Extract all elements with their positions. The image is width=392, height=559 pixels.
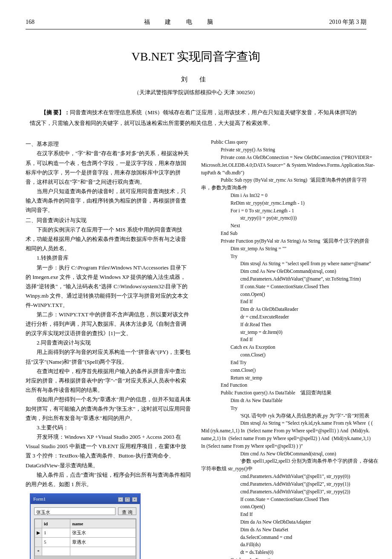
table-row[interactable]: ▶ 1 张玉水	[35, 528, 136, 538]
section-2-heading: 二、同音查询设计与实现	[26, 216, 191, 225]
code-line: End Try	[201, 359, 366, 367]
code-line: Private str_rypy() As String	[201, 146, 366, 154]
code-line: Dim strsql As String = "select spell fro…	[201, 260, 366, 268]
code-line: conn.Open()	[201, 503, 366, 511]
paragraph: 假如用户想得到一个名为"章遇水"用户的信息，但并不知道具体如何拼写，有可能输入的…	[26, 395, 191, 423]
code-line: name,2,1) In (Select name From py Where …	[201, 435, 366, 443]
code-line: cmd.Parameters.AddWithValue("@name", str…	[201, 275, 366, 283]
code-line: Public Class query	[201, 139, 366, 146]
code-line: conn.Close()	[201, 351, 366, 359]
article-title: VB.NET 实现同音字查询	[26, 46, 366, 67]
code-line: If conn.State = ConnectionState.Closed T…	[201, 283, 366, 291]
code-line: Mid (ryk.name,1,1) In (Select name From …	[201, 427, 366, 435]
paragraph: 开发环境：Windows XP +Visual Studio 2005 + Ac…	[26, 432, 191, 470]
query-button[interactable]: 查 询	[118, 507, 136, 515]
code-line: dt = ds.Tables(0)	[201, 549, 366, 556]
code-line: Try	[201, 253, 366, 261]
left-column: 一、基本原理 在汉字系统中，"字"和"音"存在着"多对多"的关系，根据这种关系，…	[26, 139, 191, 559]
grid-empty-area	[35, 556, 136, 559]
table-row[interactable]: 5 章遇水	[35, 537, 136, 547]
cell-name: 张玉水	[70, 528, 136, 538]
code-line: Dim da As New OleDbDataAdapter	[201, 518, 366, 526]
figure-titlebar: Form1 - □ ×	[31, 494, 140, 504]
code-line: Dim cmd As New OleDbCommand(strsql, conn…	[201, 450, 366, 458]
paragraph: 下面的实例演示了在应用于一个 MIS 系统中用的同音查询技术，功能是根据用户输入…	[26, 225, 191, 253]
code-line: '参数 spell1,spell2,spell3 分别为查询条件单个字的拼音，存…	[201, 458, 366, 465]
code-line: In (Select name From py Where spell=@spe…	[201, 443, 366, 450]
code-line: End If	[201, 511, 366, 518]
col-header-id: id	[42, 519, 70, 528]
grid-corner	[35, 519, 42, 528]
code-line: End If	[201, 336, 366, 344]
figure-1-window: Form1 - □ × 张玉水 查 询 id n	[30, 493, 141, 559]
minimize-icon[interactable]: -	[118, 497, 123, 502]
code-line: conn.Close()	[201, 367, 366, 374]
code-line: Public Function query() As DataTable '返回…	[201, 389, 366, 397]
code-line: Return str_temp	[201, 374, 366, 382]
page-header: 168 福 建 电 脑 2010 年第 3 期	[26, 17, 366, 29]
code-line: da.SelectCommand = cmd	[201, 534, 366, 542]
abstract-text: 同音查询技术在管理信息系统（MIS）领域存在着广泛应用，运用该技术，用户在只知道…	[30, 109, 357, 126]
cell-name: 章遇水	[70, 537, 136, 547]
right-column: Public Class query Private str_rypy() As…	[201, 139, 366, 559]
subsection-heading: 3.主要代码：	[26, 423, 191, 432]
col-header-name: name	[70, 519, 136, 528]
code-line: For i = 0 To str_rymc.Length - 1	[201, 207, 366, 215]
code-line: da.Fill(ds)	[201, 541, 366, 549]
paragraph: 第一步：执行 C:\Program Files\Windows NT\Acces…	[26, 263, 191, 310]
code-line: Public Sub rypy (ByVal str_rymc As Strin…	[201, 177, 366, 184]
code-line: Dim i As Int32 = 0	[201, 192, 366, 200]
code-line: 字符串数组 str_rypy()中	[201, 465, 366, 473]
code-line: End Function	[201, 382, 366, 389]
figure-body: 张玉水 查 询 id name ▶ 1 张玉水	[31, 504, 140, 559]
figure-input-row: 张玉水 查 询	[34, 507, 136, 515]
code-line: conn.Open()	[201, 291, 366, 298]
code-line: Dim dr As OleDbDataReader	[201, 306, 366, 313]
code-line: Next	[201, 222, 366, 230]
paragraph: 第二步：WINPY.TXT 中的拼音不含声调信息，所以要对该文件进行分析，得到声…	[26, 310, 191, 338]
code-line: str_rypy(i) = py(str_rymc(i))	[201, 214, 366, 222]
page-number: 168	[26, 17, 35, 27]
maximize-icon[interactable]: □	[125, 497, 130, 502]
code-line: Dim ds As New DataSet	[201, 526, 366, 534]
code-line: Dim dt As New DataTable	[201, 397, 366, 405]
row-indicator	[35, 537, 42, 547]
row-indicator-icon: ▶	[35, 528, 42, 538]
section-1-heading: 一、基本原理	[26, 139, 191, 149]
table-row-new[interactable]: *	[35, 547, 136, 556]
paragraph: 用上面得到的字与音的对应关系构造一个"拼音表"(PY)，主要包括"汉字"(Nam…	[26, 348, 191, 366]
code-line: Catch ex As Exception	[201, 556, 366, 559]
author: 刘 佳	[26, 74, 366, 85]
subsection-heading: 2.同音查询设计与实现	[26, 338, 191, 348]
abstract-label: 【摘 要】：	[41, 109, 70, 116]
code-line: Private conn As OleDbConnection = New Ol…	[201, 154, 366, 162]
code-line: 'SQL 语句中 ryk 为存储人员信息的表,py 为"字"-"音"对照表	[201, 412, 366, 420]
paragraph: 在查询过程中，程序首先根据用户输入的条件从拼音库中查出对应的拼音，再根据拼音表中…	[26, 367, 191, 395]
search-input[interactable]: 张玉水	[34, 507, 115, 515]
code-line: Dim cmd As New OleDbCommand(strsql, conn…	[201, 268, 366, 275]
code-line: 串，参数为查询条件	[201, 184, 366, 192]
subsection-heading: 1.转换拼音库	[26, 253, 191, 263]
issue-info: 2010 年第 3 期	[329, 17, 367, 27]
new-row-icon: *	[35, 547, 42, 556]
code-line: Private Function py(ByVal str As String)…	[201, 238, 366, 245]
code-line: End Sub	[201, 230, 366, 238]
cell-id: 5	[42, 537, 70, 547]
paragraph: 在汉字系统中，"字"和"音"存在着"多对多"的关系，根据这种关系，可以构造一个表…	[26, 149, 191, 186]
code-line: If conn.State = ConnectionState.Closed T…	[201, 496, 366, 504]
code-line: ReDim str_rypy(str_rymc.Length - 1)	[201, 200, 366, 207]
code-line: cmd.Parameters.AddWithValue("@spell3", s…	[201, 488, 366, 496]
code-line: cmd.Parameters.AddWithValue("@spell2", s…	[201, 481, 366, 488]
code-line: Microsoft.Jet.OLEDB.4.0;DATA Source=" & …	[201, 162, 366, 169]
code-line: dr = cmd.ExecuteReader	[201, 313, 366, 321]
result-grid[interactable]: id name ▶ 1 张玉水 5 章遇水	[34, 518, 136, 559]
code-line: cmd.Parameters.AddWithValue("@spell1", s…	[201, 473, 366, 481]
affiliation: （天津武警指挥学院训练部模拟中心 天津 300250）	[26, 88, 366, 97]
paragraph: 输入条件后，点击"查询"按钮，程序会列出所有与查询条件相同的用户姓名。如图 1 …	[26, 470, 191, 489]
close-icon[interactable]: ×	[132, 497, 137, 502]
paragraph: 当用户只知道查询条件的读音时，就可应用同音查询技术，只输入查询条件的同音字，由程…	[26, 187, 191, 215]
window-controls: - □ ×	[117, 495, 138, 503]
code-line: Dim strsql As String = "Select ryk.id,ry…	[201, 420, 366, 427]
abstract: 【摘 要】：同音查询技术在管理信息系统（MIS）领域存在着广泛应用，运用该技术，…	[30, 107, 362, 128]
code-line: Catch ex As Exception	[201, 344, 366, 351]
